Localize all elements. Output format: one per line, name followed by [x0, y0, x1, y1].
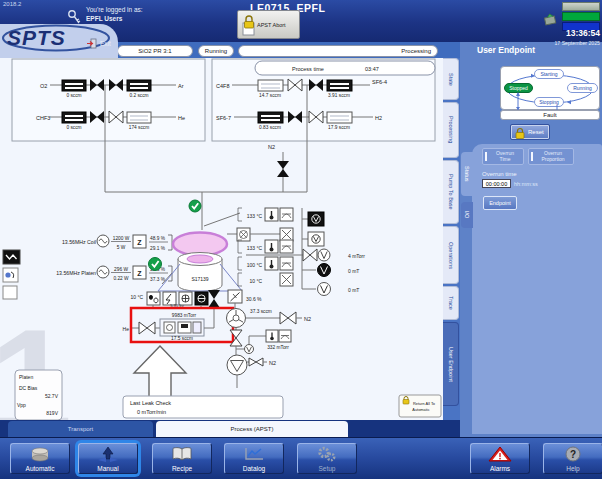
tab-transport-label: Transport: [68, 426, 93, 432]
alarms-button[interactable]: Alarms: [470, 443, 530, 474]
exit-button[interactable]: Exit: [86, 38, 111, 49]
liner-temp: 100 °C: [247, 262, 263, 268]
tab-processing[interactable]: Processing: [443, 102, 459, 158]
gas-sf64-flow: 3.91 sccm: [328, 93, 350, 98]
reset-button[interactable]: Reset: [510, 124, 550, 140]
valve-n2-inlet[interactable]: [277, 152, 289, 192]
tab-operations-label: Operations: [448, 242, 454, 269]
tab-pump-to-base[interactable]: Pump To Base: [443, 160, 459, 224]
helium-pressure: 9983 mTorr: [172, 313, 197, 318]
subtab-io[interactable]: I/O: [461, 202, 473, 228]
recipe-tab-2[interactable]: SiO2 PR 3:1: [117, 45, 193, 57]
overrun-time-button[interactable]: Overrun Time: [482, 148, 524, 165]
chiller-row: 10 °C: [238, 273, 293, 286]
gas-h2-label: H2: [375, 115, 382, 121]
process-diagram-area: 1 Process time 03:47 O2 0 sccm: [0, 58, 443, 420]
exit-icon: [86, 38, 97, 49]
mfc-ar[interactable]: [127, 80, 151, 91]
gauge-box-idle[interactable]: [308, 232, 324, 246]
panel-title: User Endpoint: [477, 45, 535, 55]
turbo-pump[interactable]: [227, 309, 246, 328]
wafer-cooling-icon: [3, 268, 18, 282]
run-state-label: Running: [205, 48, 227, 54]
fault-connectors: [500, 92, 600, 110]
apst-abort-button[interactable]: APST Abort: [237, 10, 300, 39]
plasma-chamber[interactable]: S17139: [158, 233, 242, 292]
valve-ballast[interactable]: [249, 358, 263, 366]
gauge-box-active[interactable]: [308, 212, 324, 226]
gauge2-value: 0 mT: [348, 268, 359, 274]
rf-coil-match2: 29.1 %: [150, 246, 166, 251]
overrun-time-value: 00:00:00: [486, 181, 507, 187]
gas-sf67-label: SF6-7: [216, 115, 231, 121]
gas-he-flow: 174 sccm: [129, 125, 150, 130]
subtab-status[interactable]: Status: [461, 152, 473, 196]
overrun-prop-l2: Proportion: [541, 156, 564, 162]
tab-user-endpoint[interactable]: User Endpoint: [443, 322, 459, 406]
chuck-active-icon[interactable]: [195, 292, 208, 305]
automatic-button[interactable]: Automatic: [10, 443, 70, 474]
run-state-badge: Running: [198, 45, 234, 57]
tab-trace[interactable]: Trace: [443, 286, 459, 320]
mfc-sf67[interactable]: [258, 112, 283, 123]
abort-label: APST Abort: [257, 22, 286, 28]
return-all-automatic-button[interactable]: Return All To Automatic: [399, 395, 441, 417]
helium-controller[interactable]: [160, 319, 204, 336]
gauge-3[interactable]: [318, 283, 331, 296]
state-starting: Starting: [534, 69, 564, 79]
rf-coil-reflected: 5 W: [117, 245, 126, 250]
manual-button[interactable]: Manual: [78, 443, 138, 474]
gears-icon: [314, 446, 340, 463]
recipe-button[interactable]: Recipe: [152, 443, 212, 474]
state-starting-label: Starting: [540, 71, 557, 77]
endpoint-button[interactable]: Endpoint: [483, 196, 517, 210]
backing-pump[interactable]: [227, 355, 247, 375]
mfc-chf3[interactable]: [62, 112, 86, 123]
setup-button[interactable]: Setup: [297, 443, 357, 474]
tab-process-apst[interactable]: Process (APST): [156, 421, 348, 437]
alarms-label: Alarms: [490, 465, 510, 472]
coolant-icon[interactable]: [147, 292, 160, 305]
datalog-button[interactable]: Datalog: [224, 443, 284, 474]
reset-label: Reset: [528, 129, 544, 135]
chamber-pressure-gauge[interactable]: [303, 249, 330, 261]
overrun-proportion-button[interactable]: Overrun Proportion: [528, 148, 574, 165]
tab-user-endpoint-label: User Endpoint: [448, 347, 454, 382]
manual-label: Manual: [97, 465, 118, 472]
tab-operations[interactable]: Operations: [443, 226, 459, 284]
ok-check-icon-2: [149, 258, 162, 271]
rf-coil-match1: 48.9 %: [150, 236, 166, 241]
gauge-2[interactable]: [318, 264, 331, 277]
platen-temp: 10 °C: [130, 294, 143, 300]
mfc-he[interactable]: [127, 112, 151, 123]
book-icon: [169, 446, 195, 463]
tab-transport[interactable]: Transport: [8, 421, 153, 437]
valve-turbo-purge[interactable]: [280, 312, 296, 324]
apc-valve[interactable]: [228, 290, 242, 308]
mfc-c4f8[interactable]: [258, 80, 283, 91]
helium-label: He: [123, 326, 130, 332]
valve-helium[interactable]: [139, 322, 155, 334]
endpoint-button-label: Endpoint: [489, 200, 511, 206]
gas-o2-label: O2: [40, 83, 47, 89]
mfc-o2[interactable]: [62, 80, 86, 91]
help-label: Help: [566, 465, 579, 472]
software-version: 2018.2: [3, 1, 21, 7]
tab-processing-label: Processing: [448, 116, 454, 143]
gas-ar-flow: 0.2 sccm: [129, 93, 148, 98]
overrun-units: hh:mm:ss: [514, 181, 538, 187]
overrun-time-input[interactable]: 00:00:00: [482, 179, 511, 188]
help-icon: ?: [560, 446, 586, 463]
mfc-h2[interactable]: [327, 112, 352, 123]
platen-readout: Platen DC Bias 52.7V Vpp 819V: [15, 370, 62, 420]
login-label: You're logged in as:: [86, 6, 143, 14]
leak-check-value: 0 mTorr/min: [137, 409, 166, 415]
rf-coil-generator[interactable]: 13.56MHz Coil 1200 W 5 W Z 48.9 % 29.1 %: [62, 235, 176, 251]
turbo-purge-n2: N2: [304, 316, 311, 322]
mfc-sf64[interactable]: [327, 80, 352, 91]
apc-position: 30.6 %: [246, 296, 262, 302]
help-button[interactable]: ? Help: [543, 443, 602, 474]
tab-state[interactable]: State: [443, 58, 459, 100]
wafer-slot-empty-icon: [3, 286, 17, 299]
return-auto-line2: Automatic: [412, 407, 429, 412]
